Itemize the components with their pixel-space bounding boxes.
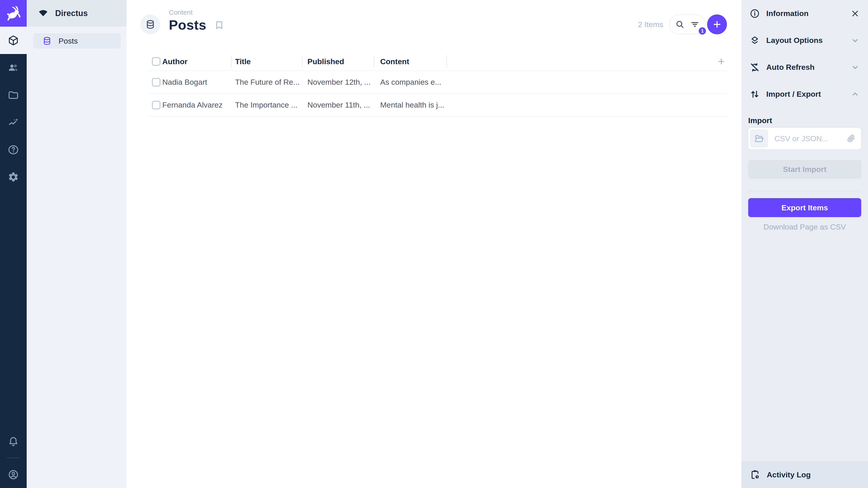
export-items-button[interactable]: Export Items — [748, 198, 861, 217]
chevron-up-icon[interactable] — [850, 90, 860, 99]
table-header-row: Author Title Published Content — [147, 52, 728, 71]
bookmark-icon[interactable] — [214, 20, 224, 30]
chevron-down-icon[interactable] — [850, 36, 860, 45]
cell-published: November 12th, ... — [302, 78, 374, 87]
users-module-icon — [8, 62, 19, 73]
directus-app: Directus Posts — [0, 0, 868, 488]
chevron-down-icon[interactable] — [850, 63, 860, 72]
cell-author: Fernanda Alvarez — [162, 101, 231, 109]
activity-log-icon — [749, 469, 761, 480]
nav-sidebar: Directus Posts — [27, 0, 127, 488]
select-all-checkbox[interactable] — [152, 57, 160, 66]
activity-log-label: Activity Log — [767, 470, 811, 479]
breadcrumb[interactable]: Content — [169, 8, 224, 16]
cell-title: The Future of Re... — [231, 78, 302, 87]
notifications-button[interactable] — [0, 429, 27, 454]
module-docs-button[interactable] — [0, 136, 27, 163]
panel-divider — [748, 191, 861, 192]
sidebar-section-layout-options[interactable]: Layout Options — [741, 27, 868, 54]
column-header-author[interactable]: Author — [162, 52, 231, 71]
account-avatar-icon — [8, 469, 19, 480]
project-fan-icon — [37, 8, 49, 19]
sidebar-spacer — [741, 231, 868, 461]
sidebar-item-posts[interactable]: Posts — [33, 33, 121, 48]
sidebar-section-information[interactable]: Information — [741, 0, 868, 27]
collection-icon-button[interactable] — [141, 14, 160, 34]
search-icon[interactable] — [675, 20, 685, 29]
page-header: Content Posts 2 Items — [127, 0, 741, 52]
section-label: Layout Options — [766, 36, 823, 45]
directus-rabbit-logo — [5, 5, 22, 22]
docs-module-icon — [8, 144, 19, 156]
sidebar-section-import-export[interactable]: Import / Export — [741, 80, 868, 107]
module-bar — [0, 0, 27, 488]
sync-disabled-icon — [749, 62, 760, 72]
import-label: Import — [748, 116, 861, 125]
add-column-button[interactable] — [717, 57, 725, 66]
row-checkbox[interactable] — [152, 78, 160, 87]
items-table: Author Title Published Content Nadia Bog… — [147, 52, 728, 117]
import-file-input[interactable] — [748, 128, 861, 149]
module-content-button[interactable] — [0, 27, 27, 54]
layers-icon — [749, 35, 760, 46]
module-insights-button[interactable] — [0, 109, 27, 136]
files-module-icon — [8, 90, 19, 101]
cell-content: Mental health is j... — [374, 101, 446, 109]
database-icon — [42, 36, 52, 46]
close-icon[interactable] — [850, 9, 860, 18]
import-export-panel: Import Start Import Export Items — [741, 107, 868, 231]
start-import-button[interactable]: Start Import — [748, 160, 861, 179]
cell-content: As companies e... — [374, 78, 446, 87]
module-files-button[interactable] — [0, 81, 27, 109]
row-checkbox[interactable] — [152, 101, 160, 109]
activity-log-button[interactable]: Activity Log — [741, 461, 868, 488]
column-header-published[interactable]: Published — [302, 52, 374, 71]
filter-icon[interactable] — [690, 20, 700, 29]
items-count: 2 Items — [638, 20, 663, 29]
module-settings-button[interactable] — [0, 163, 27, 191]
title-block: Content Posts — [169, 8, 224, 33]
settings-module-icon — [8, 171, 19, 183]
filter-count-badge: 1 — [698, 26, 707, 36]
section-label: Auto Refresh — [766, 63, 814, 72]
account-button[interactable] — [0, 461, 27, 488]
cell-title: The Importance ... — [231, 101, 302, 109]
info-icon — [749, 8, 760, 19]
plus-icon — [712, 20, 722, 29]
import-export-icon — [749, 89, 760, 99]
column-header-title[interactable]: Title — [231, 52, 302, 71]
project-name: Directus — [55, 8, 88, 18]
directus-logo-button[interactable] — [0, 0, 27, 27]
page-title: Posts — [169, 17, 206, 33]
download-csv-link[interactable]: Download Page as CSV — [748, 223, 861, 231]
database-icon — [145, 19, 156, 30]
section-label: Information — [766, 9, 809, 18]
sidebar-section-auto-refresh[interactable]: Auto Refresh — [741, 54, 868, 80]
content-module-icon — [8, 35, 19, 46]
search-filter-pill: 1 — [669, 14, 706, 34]
notifications-bell-icon — [8, 436, 19, 447]
right-sidebar: Information Layout Options — [741, 0, 868, 488]
add-item-button[interactable] — [707, 14, 727, 34]
main-content: Content Posts 2 Items — [127, 0, 741, 488]
module-bar-spacer — [0, 191, 27, 429]
cell-author: Nadia Bogart — [162, 78, 231, 87]
table-row[interactable]: Fernanda Alvarez The Importance ... Nove… — [147, 94, 728, 117]
module-bar-divider — [7, 457, 20, 458]
project-header[interactable]: Directus — [27, 0, 127, 27]
import-file-field — [748, 128, 861, 149]
header-actions: 2 Items 1 — [638, 14, 727, 34]
nav-item-label: Posts — [59, 37, 78, 45]
cell-published: November 11th, ... — [302, 101, 374, 109]
module-users-button[interactable] — [0, 54, 27, 81]
paperclip-icon[interactable] — [846, 134, 856, 143]
column-header-content[interactable]: Content — [374, 52, 446, 71]
section-label: Import / Export — [766, 90, 821, 98]
insights-module-icon — [8, 117, 19, 128]
table-row[interactable]: Nadia Bogart The Future of Re... Novembe… — [147, 71, 728, 94]
